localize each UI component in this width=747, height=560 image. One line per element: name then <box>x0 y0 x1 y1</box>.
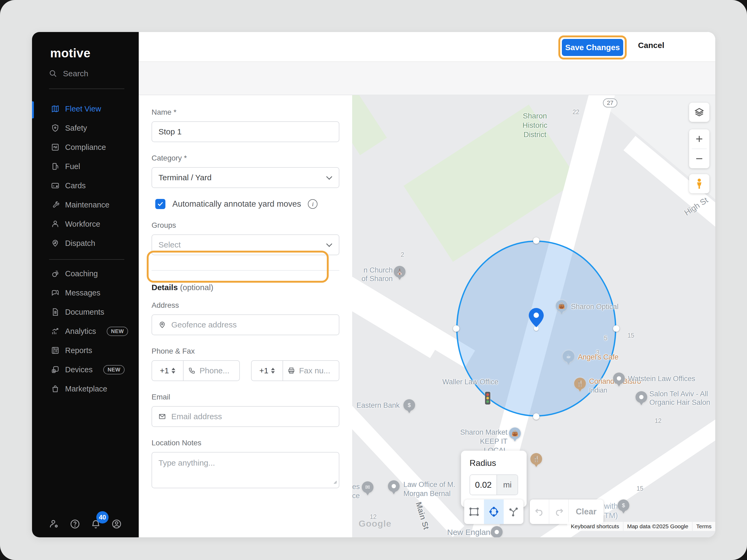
sidebar-item-dispatch[interactable]: Dispatch <box>32 234 139 253</box>
divider <box>49 88 124 89</box>
map-label-waller: Waller Law Office <box>442 378 498 386</box>
phone-group: +1 Phone... <box>152 360 240 381</box>
circle-tool-icon <box>488 506 499 517</box>
undo-icon <box>534 506 545 517</box>
map-label-salon: Salon Tel Aviv - All Organic Hair Salon <box>649 390 710 407</box>
stepper-icon <box>172 368 175 374</box>
location-notes-textarea[interactable]: Type anything... <box>152 452 339 488</box>
map-label-eastern-bank: Eastern Bank <box>356 401 400 409</box>
map-attribution: Keyboard shortcuts Map data ©2025 Google… <box>567 522 715 531</box>
phone-country-select[interactable]: +1 <box>152 361 184 380</box>
circle-tool[interactable] <box>484 500 504 524</box>
geofence-pin[interactable] <box>529 308 544 328</box>
search-icon <box>49 70 57 78</box>
map-label-2: 2 <box>401 251 404 259</box>
help-button[interactable] <box>69 518 81 530</box>
terms-link[interactable]: Terms <box>693 522 715 531</box>
undo-button[interactable] <box>530 500 549 524</box>
sidebar-item-coaching[interactable]: Coaching <box>32 264 139 283</box>
account-circle-icon <box>111 519 122 529</box>
fax-field[interactable]: Fax nu... <box>283 361 339 380</box>
map-label-partial-office: es ce <box>352 482 360 501</box>
sidebar-item-marketplace[interactable]: Marketplace <box>32 379 139 398</box>
fax-country-select[interactable]: +1 <box>252 361 283 380</box>
account-button[interactable] <box>111 518 123 530</box>
motive-logo: motive <box>50 46 91 60</box>
radius-popup: Radius 0.02 mi <box>461 451 526 507</box>
radius-unit[interactable]: mi <box>496 475 518 495</box>
sidebar-item-documents[interactable]: Documents <box>32 302 139 322</box>
map-label-5: 5 <box>604 335 608 342</box>
angels-cafe-pin: ☕ <box>563 350 574 364</box>
geofence-handle-south[interactable] <box>533 413 539 420</box>
sharon-market-pin: 👜 <box>509 427 521 441</box>
sidebar: motive Search Fleet View Safety Complian… <box>32 32 139 537</box>
watstein-pin <box>613 373 625 386</box>
rectangle-tool[interactable] <box>464 500 484 524</box>
wrench-icon <box>51 201 59 209</box>
polygon-tool[interactable] <box>504 500 523 524</box>
radius-value-input[interactable]: 0.02 <box>470 475 496 495</box>
layers-button[interactable] <box>689 103 710 122</box>
geofence-handle-east[interactable] <box>613 325 619 332</box>
new-badge: NEW <box>103 365 125 374</box>
notification-count-badge: 40 <box>96 511 109 524</box>
new-badge: NEW <box>107 327 128 336</box>
zoom-in-button[interactable] <box>689 129 710 149</box>
sidebar-item-maintenance[interactable]: Maintenance <box>32 195 139 214</box>
map-label-12-right: 12 <box>655 417 662 425</box>
map-data-label: Map data ©2025 Google <box>623 522 692 531</box>
devices-icon <box>51 366 59 374</box>
content-area: Save Changes Cancel Name * Stop 1 Catego… <box>139 32 715 537</box>
radius-input-group: 0.02 mi <box>469 474 518 495</box>
sidebar-item-compliance[interactable]: Compliance <box>32 138 139 157</box>
email-field[interactable]: Email address <box>152 406 339 427</box>
phone-field[interactable]: Phone... <box>184 361 239 380</box>
sidebar-item-analytics[interactable]: Analytics NEW <box>32 322 139 341</box>
geofence-form: Name * Stop 1 Category * Terminal / Yard… <box>139 95 352 537</box>
sidebar-item-workforce[interactable]: Workforce <box>32 214 139 234</box>
sidebar-item-fuel[interactable]: Fuel <box>32 157 139 176</box>
notifications-button[interactable]: 40 <box>90 518 102 530</box>
app-window: motive Search Fleet View Safety Complian… <box>32 32 715 537</box>
geofence-handle-west[interactable] <box>453 325 459 332</box>
minus-icon <box>695 154 704 163</box>
whistle-icon <box>51 270 59 277</box>
category-label: Category * <box>152 154 339 162</box>
atm-pin: $ <box>618 500 629 513</box>
admin-settings-button[interactable] <box>48 518 60 530</box>
geofence-handle-north[interactable] <box>533 237 539 244</box>
resize-grip-icon[interactable] <box>332 477 337 486</box>
sidebar-item-safety[interactable]: Safety <box>32 118 139 138</box>
info-icon[interactable]: i <box>308 199 317 209</box>
check-icon <box>157 201 163 207</box>
salon-pin <box>636 391 647 405</box>
sidebar-item-fleet-view[interactable]: Fleet View <box>32 99 139 118</box>
search-input[interactable]: Search <box>49 67 124 80</box>
chevron-down-icon <box>326 174 332 180</box>
google-logo: Google <box>359 518 391 529</box>
annotate-checkbox[interactable] <box>155 199 165 209</box>
save-button[interactable]: Save Changes <box>562 39 623 56</box>
map-label-watstein: Watstein Law Offices <box>628 375 695 383</box>
address-field[interactable]: Geofence address <box>152 314 339 335</box>
groups-select[interactable]: Select <box>152 234 339 255</box>
envelope-icon <box>158 413 166 420</box>
name-field[interactable]: Stop 1 <box>152 121 339 142</box>
annotate-checkbox-label: Automatically annotate yard moves <box>172 199 301 209</box>
sidebar-item-devices[interactable]: Devices NEW <box>32 360 139 379</box>
cancel-button[interactable]: Cancel <box>637 41 666 50</box>
redo-icon <box>553 506 564 517</box>
dispatch-pin-icon <box>51 239 59 247</box>
zoom-out-button[interactable] <box>689 149 710 168</box>
sidebar-item-reports[interactable]: Reports <box>32 341 139 360</box>
sidebar-item-cards[interactable]: Cards <box>32 176 139 195</box>
sidebar-item-messages[interactable]: Messages <box>32 283 139 302</box>
street-view-button[interactable] <box>689 174 710 193</box>
keyboard-shortcuts-link[interactable]: Keyboard shortcuts <box>567 522 623 531</box>
clear-button[interactable]: Clear <box>569 500 603 524</box>
map-canvas[interactable]: Sharon Historic District 2 n Church of S… <box>352 95 715 537</box>
category-select[interactable]: Terminal / Yard <box>152 167 339 188</box>
redo-button[interactable] <box>549 500 569 524</box>
divider <box>152 270 339 271</box>
